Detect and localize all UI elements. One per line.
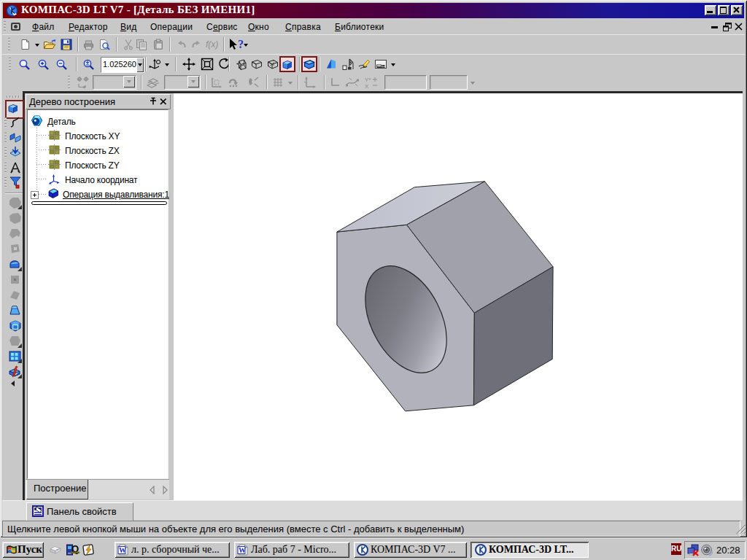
svg-text:Y*: Y* bbox=[365, 77, 371, 83]
svg-text:X: X bbox=[365, 83, 369, 89]
svg-text:W: W bbox=[119, 546, 126, 554]
svg-text:?: ? bbox=[238, 38, 244, 50]
svg-text:W: W bbox=[239, 546, 246, 554]
